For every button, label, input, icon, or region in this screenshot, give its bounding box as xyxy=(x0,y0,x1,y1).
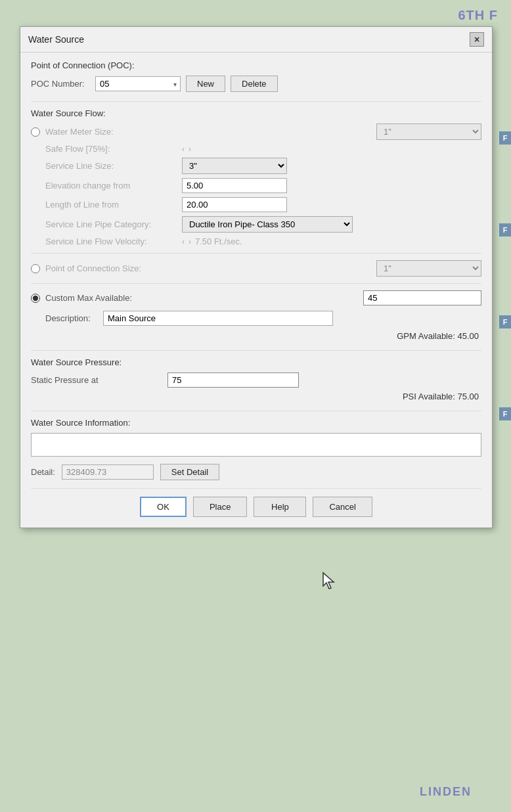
cancel-button[interactable]: Cancel xyxy=(313,497,372,517)
safe-flow-row: Safe Flow [75%]: ‹ › xyxy=(45,144,481,154)
poc-select-wrapper: 05 ▾ xyxy=(95,76,181,91)
static-pressure-label: Static Pressure at xyxy=(31,375,162,385)
water-meter-label: Water Meter Size: xyxy=(45,127,371,137)
poc-number-select[interactable]: 05 xyxy=(95,76,181,91)
new-button[interactable]: New xyxy=(186,76,225,92)
velocity-left-arrow-icon: ‹ xyxy=(182,237,185,246)
map-label-top: 6TH F xyxy=(458,8,498,23)
safe-flow-range: ‹ › xyxy=(182,145,191,154)
info-section-label: Water Source Information: xyxy=(31,418,481,428)
dialog-titlebar: Water Source × xyxy=(20,27,492,53)
water-meter-size-wrapper: 1" xyxy=(376,124,481,140)
side-label-3: F xyxy=(499,315,511,328)
flow-velocity-value: 7.50 Ft./sec. xyxy=(195,237,242,246)
separator-1 xyxy=(31,253,481,254)
place-button[interactable]: Place xyxy=(193,497,248,517)
info-textarea[interactable] xyxy=(31,433,481,457)
pipe-category-wrapper: Ductile Iron Pipe- Class 350 xyxy=(182,216,353,233)
service-line-size-wrapper: 3" xyxy=(182,158,287,174)
side-label-4: F xyxy=(499,407,511,420)
poc-size-select-wrapper: 1" xyxy=(376,260,481,277)
safe-flow-right-arrow-icon: › xyxy=(189,145,191,154)
custom-max-row: Custom Max Available: xyxy=(31,290,481,305)
service-line-size-label: Service Line Size: xyxy=(45,161,177,171)
custom-max-label: Custom Max Available: xyxy=(45,293,358,303)
poc-size-radio-row: Point of Connection Size: 1" xyxy=(31,260,481,277)
side-label-1: F xyxy=(499,131,511,145)
flow-section-label: Water Source Flow: xyxy=(31,108,481,118)
poc-size-select[interactable]: 1" xyxy=(376,260,481,277)
map-label-bottom: LINDEN xyxy=(420,785,472,799)
water-source-dialog: Water Source × Point of Connection (POC)… xyxy=(20,26,493,528)
dialog-title: Water Source xyxy=(28,34,84,45)
poc-row: POC Number: 05 ▾ New Delete xyxy=(31,76,481,92)
set-detail-button[interactable]: Set Detail xyxy=(160,464,219,480)
help-button[interactable]: Help xyxy=(254,497,306,517)
pressure-section-label: Water Source Pressure: xyxy=(31,357,481,367)
static-pressure-row: Static Pressure at xyxy=(31,372,481,388)
water-meter-size-select[interactable]: 1" xyxy=(376,124,481,140)
pipe-category-row: Service Line Pipe Category: Ductile Iron… xyxy=(45,216,481,233)
separator-2 xyxy=(31,283,481,284)
water-meter-radio[interactable] xyxy=(31,127,40,137)
safe-flow-left-arrow-icon: ‹ xyxy=(182,145,185,154)
poc-size-label: Point of Connection Size: xyxy=(45,263,371,273)
close-button[interactable]: × xyxy=(470,32,484,47)
elevation-row: Elevation change from xyxy=(45,178,481,193)
ok-button[interactable]: OK xyxy=(140,497,187,517)
length-label: Length of Line from xyxy=(45,200,177,210)
pressure-section: Water Source Pressure: Static Pressure a… xyxy=(31,350,481,401)
description-label: Description: xyxy=(45,313,98,323)
custom-max-input[interactable] xyxy=(363,290,481,305)
info-section: Water Source Information: Detail: Set De… xyxy=(31,411,481,480)
pipe-category-select[interactable]: Ductile Iron Pipe- Class 350 xyxy=(182,216,353,233)
service-line-size-row: Service Line Size: 3" xyxy=(45,158,481,174)
safe-flow-label: Safe Flow [75%]: xyxy=(45,144,177,154)
pipe-category-label: Service Line Pipe Category: xyxy=(45,219,177,229)
side-labels: F F F F xyxy=(499,131,511,420)
gpm-available: GPM Available: 45.00 xyxy=(31,331,481,341)
service-line-size-select[interactable]: 3" xyxy=(182,158,287,174)
description-row: Description: xyxy=(45,311,481,326)
length-row: Length of Line from xyxy=(45,197,481,212)
poc-number-label: POC Number: xyxy=(31,79,90,89)
water-meter-radio-row: Water Meter Size: 1" xyxy=(31,124,481,140)
length-input[interactable] xyxy=(182,197,287,212)
water-meter-sub-fields: Safe Flow [75%]: ‹ › Service Line Size: … xyxy=(45,144,481,246)
dialog-body: Point of Connection (POC): POC Number: 0… xyxy=(20,53,492,528)
detail-row: Detail: Set Detail xyxy=(31,464,481,480)
detail-label: Detail: xyxy=(31,467,55,477)
custom-max-radio[interactable] xyxy=(31,294,40,303)
flow-section: Water Source Flow: Water Meter Size: 1" … xyxy=(31,101,481,341)
poc-size-radio[interactable] xyxy=(31,264,40,273)
delete-button[interactable]: Delete xyxy=(231,76,278,92)
bottom-buttons: OK Place Help Cancel xyxy=(31,488,481,517)
flow-velocity-label: Service Line Flow Velocity: xyxy=(45,237,177,246)
poc-section-label: Point of Connection (POC): xyxy=(31,60,481,70)
description-input[interactable] xyxy=(103,311,333,326)
elevation-input[interactable] xyxy=(182,178,287,193)
static-pressure-input[interactable] xyxy=(167,372,299,388)
flow-velocity-range: ‹ › 7.50 Ft./sec. xyxy=(182,237,242,246)
psi-available: PSI Available: 75.00 xyxy=(31,392,481,401)
elevation-label: Elevation change from xyxy=(45,181,177,191)
velocity-right-arrow-icon: › xyxy=(189,237,191,246)
side-label-2: F xyxy=(499,223,511,237)
flow-velocity-row: Service Line Flow Velocity: ‹ › 7.50 Ft.… xyxy=(45,237,481,246)
detail-input[interactable] xyxy=(62,464,154,480)
